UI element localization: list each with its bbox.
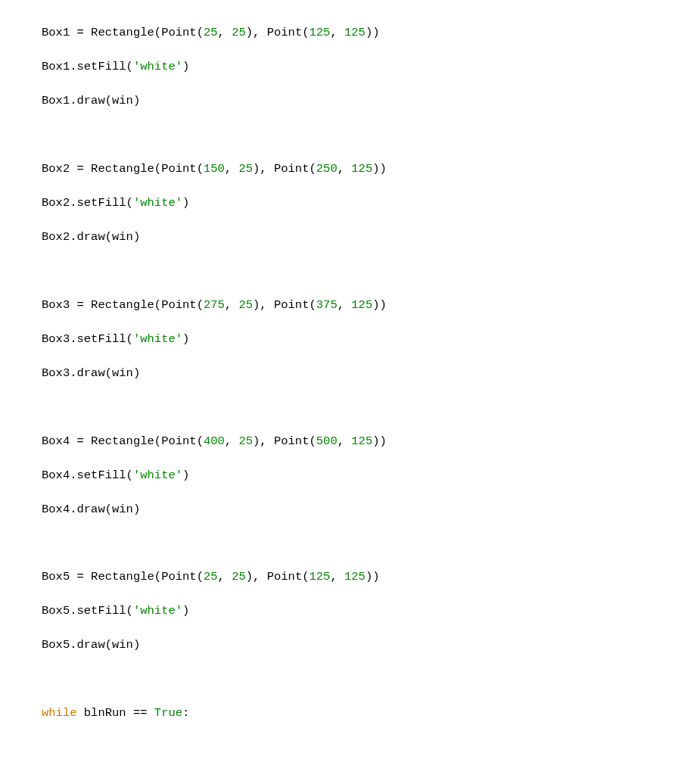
code-line: Box5 = Rectangle(Point(25, 25), Point(12… bbox=[8, 568, 700, 585]
code-line: Box4 = Rectangle(Point(400, 25), Point(5… bbox=[8, 433, 700, 450]
code-line: Box2.draw(win) bbox=[8, 229, 700, 245]
code-line: Box4.draw(win) bbox=[8, 501, 700, 518]
code-line: Box5.draw(win) bbox=[8, 636, 700, 653]
code-line: Box1 = Rectangle(Point(25, 25), Point(12… bbox=[8, 24, 700, 41]
code-line: Box3.draw(win) bbox=[8, 365, 700, 381]
code-line: Box3.setFill('white') bbox=[8, 331, 700, 347]
code-line: Box4.setFill('white') bbox=[8, 467, 700, 484]
code-line: while blnRun == True: bbox=[8, 705, 700, 721]
code-line: Box1.draw(win) bbox=[8, 92, 700, 109]
code-block: Box1 = Rectangle(Point(25, 25), Point(12… bbox=[0, 8, 700, 775]
code-line: Box2 = Rectangle(Point(150, 25), Point(2… bbox=[8, 160, 700, 177]
code-line: Box3 = Rectangle(Point(275, 25), Point(3… bbox=[8, 297, 700, 313]
code-line: Box2.setFill('white') bbox=[8, 195, 700, 211]
code-line: Box5.setFill('white') bbox=[8, 602, 700, 619]
code-line: Box1.setFill('white') bbox=[8, 58, 700, 75]
